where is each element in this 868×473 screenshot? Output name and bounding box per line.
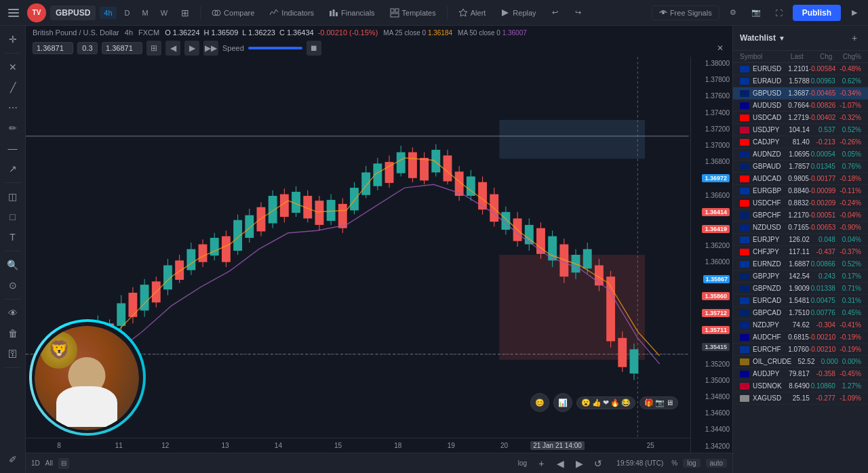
log-btn[interactable]: log xyxy=(683,459,700,468)
replay-price-input[interactable] xyxy=(33,42,73,54)
replay-close-btn[interactable]: ✕ xyxy=(715,43,726,54)
watchlist-item[interactable]: AUDNZD 1.0695 0.00054 0.05% xyxy=(733,148,868,161)
pencil-tool[interactable]: ✐ xyxy=(3,450,22,469)
timeframe-1d[interactable]: D xyxy=(121,7,134,19)
redo-button[interactable]: ↪ xyxy=(569,3,588,22)
camera-icon[interactable]: 📷 xyxy=(655,398,665,407)
scroll-left-btn[interactable]: ◀ xyxy=(553,456,568,471)
lock-tool[interactable]: ⚿ xyxy=(3,344,22,363)
undo-button[interactable]: ↩ xyxy=(546,3,565,22)
reaction-5[interactable]: 😂 xyxy=(621,398,631,407)
auto-btn[interactable]: auto xyxy=(706,459,727,468)
preset-1d[interactable]: 1D xyxy=(31,459,40,467)
step-forward-btn[interactable]: ⊞ xyxy=(146,41,161,56)
zoom-tool[interactable]: 🔍 xyxy=(3,255,22,274)
camera-button[interactable]: 📷 xyxy=(747,3,766,22)
watchlist-item[interactable]: XAGUSD 25.15 -0.277 -1.09% xyxy=(733,392,868,405)
play-btn[interactable]: ▶ xyxy=(184,41,199,56)
text-tool[interactable]: T xyxy=(3,228,22,247)
reaction-2[interactable]: 👍 xyxy=(592,398,601,407)
chart-settings-btn[interactable]: ⊟ xyxy=(58,458,69,469)
trash-tool[interactable]: 🗑 xyxy=(3,324,22,343)
chart-canvas[interactable]: 1.38000 1.37800 1.37600 1.37400 1.37200 … xyxy=(26,57,732,453)
watchlist-item[interactable]: USDCHF 0.8832 -0.00209 -0.24% xyxy=(733,197,868,209)
gift-icon[interactable]: 🎁 xyxy=(644,398,654,407)
watchlist-item[interactable]: AUDUSD 0.7664 -0.00826 -1.07% xyxy=(733,100,868,112)
action-group[interactable]: 🎁 📷 🖥 xyxy=(639,396,678,409)
replay-button[interactable]: Replay xyxy=(495,5,541,20)
timeframe-settings[interactable]: ⊞ xyxy=(176,3,195,22)
zoom-out-btn[interactable]: log xyxy=(515,456,530,471)
reset-btn[interactable]: ↺ xyxy=(591,456,606,471)
fullscreen-button[interactable]: ⛶ xyxy=(770,3,789,22)
more-button[interactable]: ▶ xyxy=(845,3,864,22)
watchlist-item[interactable]: EURCAD 1.5481 0.00475 0.31% xyxy=(733,295,868,307)
symbol-selector[interactable]: GBPUSD xyxy=(50,5,96,20)
replay-price2-input[interactable] xyxy=(102,42,142,54)
templates-button[interactable]: Templates xyxy=(384,5,441,20)
watchlist-item[interactable]: EURUSD 1.2101 -0.00584 -0.48% xyxy=(733,63,868,75)
watchlist-item[interactable]: EURCHF 1.0760 -0.00210 -0.19% xyxy=(733,344,868,356)
crosshair-tool[interactable]: ✕ xyxy=(3,58,22,77)
magnet-tool[interactable]: ⊙ xyxy=(3,276,22,295)
scroll-right-btn[interactable]: ▶ xyxy=(572,456,587,471)
prev-btn[interactable]: ◀ xyxy=(165,41,180,56)
watchlist-item[interactable]: EURNZD 1.6887 0.00866 0.52% xyxy=(733,258,868,270)
preset-all[interactable]: All xyxy=(45,459,53,467)
timeframe-w[interactable]: W xyxy=(157,7,172,19)
watchlist-item[interactable]: USDNOK 8.6490 0.10860 1.27% xyxy=(733,380,868,392)
watchlist-item[interactable]: GBPUSD 1.3687 -0.00465 -0.34% xyxy=(733,87,868,100)
arrow-tool[interactable]: ↗ xyxy=(3,159,22,178)
watchlist-item[interactable]: EURAUD 1.5788 0.00963 0.62% xyxy=(733,75,868,87)
watchlist-item[interactable]: AUDJPY 79.817 -0.358 -0.45% xyxy=(733,368,868,380)
watchlist-item[interactable]: OIL_CRUDE 52.52 0.000 0.00% xyxy=(733,356,868,368)
watchlist-item[interactable]: GBPAUD 1.7857 0.01345 0.76% xyxy=(733,161,868,173)
compare-button[interactable]: Compare xyxy=(206,5,260,20)
reaction-group[interactable]: 😮 👍 ❤ 🔥 😂 xyxy=(576,396,635,409)
replay-num-input[interactable] xyxy=(77,42,98,54)
watchlist-item[interactable]: NZDUSD 0.7165 -0.00653 -0.90% xyxy=(733,222,868,234)
watchlist-add-btn[interactable]: + xyxy=(848,31,861,45)
financials-button[interactable]: Financials xyxy=(323,5,380,20)
stop-btn[interactable]: ⏹ xyxy=(307,41,321,56)
alert-button[interactable]: Alert xyxy=(453,5,492,20)
watchlist-item[interactable]: EURJPY 126.02 0.048 0.04% xyxy=(733,234,868,246)
watchlist-title-btn[interactable]: Watchlist ▼ xyxy=(740,33,785,43)
watchlist-item[interactable]: NZDJPY 74.62 -0.304 -0.41% xyxy=(733,319,868,331)
menu-button[interactable] xyxy=(4,3,23,22)
free-signals-button[interactable]: Free Signals xyxy=(652,5,719,20)
screen-icon[interactable]: 🖥 xyxy=(666,398,673,407)
watchlist-item[interactable]: CADJPY 81.40 -0.213 -0.26% xyxy=(733,136,868,148)
watchlist-item[interactable]: GBPJPY 142.54 0.243 0.17% xyxy=(733,270,868,283)
watchlist-item[interactable]: USDJPY 104.14 0.537 0.52% xyxy=(733,124,868,136)
emoji-btn-2[interactable]: 📊 xyxy=(553,393,572,412)
trend-line-tool[interactable]: ╱ xyxy=(3,78,22,97)
reaction-1[interactable]: 😮 xyxy=(581,398,591,407)
reaction-3[interactable]: ❤ xyxy=(603,398,609,407)
timeframe-4h[interactable]: 4h xyxy=(100,7,116,19)
timeframe-m[interactable]: M xyxy=(138,7,153,19)
rect-tool[interactable]: □ xyxy=(3,207,22,226)
fibonacci-tool[interactable]: ⋯ xyxy=(3,98,22,117)
emoji-btn-1[interactable]: 😊 xyxy=(530,393,549,412)
cursor-tool[interactable]: ✛ xyxy=(3,30,22,49)
measure-tool[interactable]: ◫ xyxy=(3,187,22,206)
watchlist-item[interactable]: GBPCHF 1.2170 -0.00051 -0.04% xyxy=(733,209,868,222)
indicators-button[interactable]: Indicators xyxy=(264,5,319,20)
watchlist-item[interactable]: GBPCAD 1.7510 0.00776 0.45% xyxy=(733,307,868,319)
watchlist-item[interactable]: USDCAD 1.2719 -0.00402 -0.32% xyxy=(733,112,868,124)
zoom-in-btn[interactable]: + xyxy=(534,456,549,471)
horizontal-tool[interactable]: — xyxy=(3,139,22,158)
eye-tool[interactable]: 👁 xyxy=(3,304,22,323)
next-btn[interactable]: ▶▶ xyxy=(203,41,218,56)
watchlist-item[interactable]: AUDCHF 0.6815 -0.00210 -0.19% xyxy=(733,331,868,344)
watchlist-item[interactable]: EURGBP 0.8840 -0.00099 -0.11% xyxy=(733,185,868,197)
settings-button[interactable]: ⚙ xyxy=(724,3,743,22)
publish-button[interactable]: Publish xyxy=(793,5,841,21)
brush-tool[interactable]: ✏ xyxy=(3,119,22,138)
speed-slider[interactable] xyxy=(248,47,302,49)
watchlist-item[interactable]: GBPNZD 1.9009 0.01338 0.71% xyxy=(733,283,868,295)
watchlist-item[interactable]: AUDCAD 0.9805 -0.00177 -0.18% xyxy=(733,173,868,185)
reaction-4[interactable]: 🔥 xyxy=(610,398,620,407)
watchlist-item[interactable]: CHFJPY 117.11 -0.437 -0.37% xyxy=(733,246,868,258)
